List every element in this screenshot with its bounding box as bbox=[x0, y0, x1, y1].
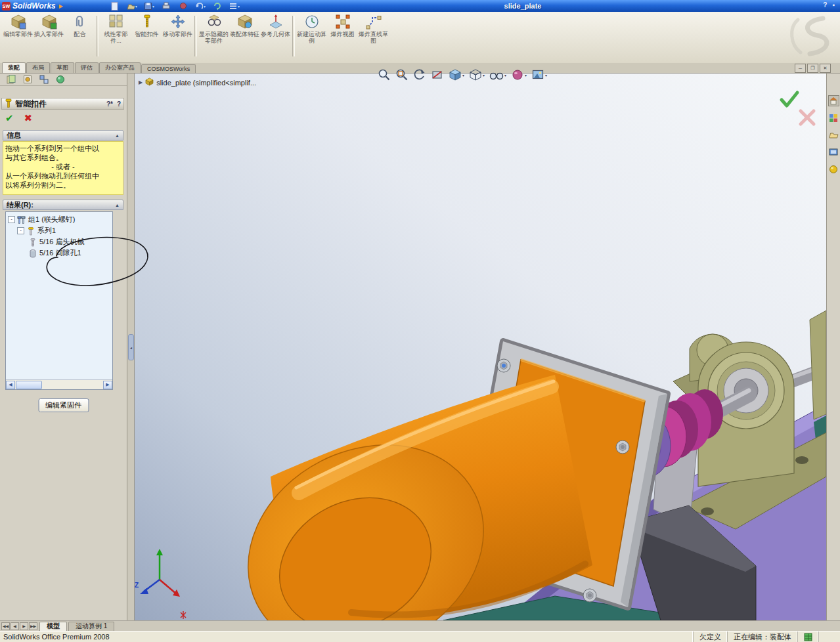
new-document-icon[interactable] bbox=[109, 1, 120, 11]
restore-icon[interactable]: ❐ bbox=[807, 64, 818, 73]
print-icon[interactable] bbox=[160, 1, 171, 11]
document-window-controls: ─ ❐ ✕ bbox=[795, 64, 831, 73]
dropdown-icon[interactable]: ▾ bbox=[545, 73, 547, 77]
horizontal-scrollbar[interactable]: ◀ ▶ bbox=[6, 379, 112, 389]
toolbar-button-insert-component[interactable]: 插入零部件 bbox=[33, 12, 64, 62]
toolbar-button-reference-geometry[interactable]: 参考几何体 bbox=[260, 12, 291, 62]
toolbar-button-explode-line-sketch[interactable]: 爆炸直线草图 bbox=[358, 12, 389, 62]
open-dropdown-icon[interactable]: ▾ bbox=[135, 4, 137, 9]
eyedropper-icon[interactable] bbox=[177, 1, 188, 11]
undo-icon[interactable]: ▾ bbox=[194, 1, 206, 11]
help-icon[interactable]: ? bbox=[117, 100, 121, 108]
expander-icon[interactable]: ▶ bbox=[139, 79, 143, 85]
save-dropdown-icon[interactable]: ▾ bbox=[152, 4, 154, 9]
tree-item-group1[interactable]: - 组1 (联头螺钉) bbox=[6, 214, 112, 225]
tab-assembly[interactable]: 装配 bbox=[2, 62, 26, 73]
splitter-handle-icon[interactable]: ◂ bbox=[128, 334, 134, 360]
quick-tips-icon[interactable] bbox=[797, 631, 818, 642]
toolbar-button-new-motion-study[interactable]: 新建运动算例 bbox=[296, 12, 327, 62]
hide-show-items-icon[interactable]: ▾ bbox=[489, 68, 507, 82]
zoom-area-icon[interactable] bbox=[395, 68, 409, 82]
tree-item-clearance-hole[interactable]: 5/16 间隙孔1 bbox=[6, 247, 112, 259]
help-button[interactable]: ? bbox=[823, 1, 827, 9]
previous-tab-icon[interactable]: ◀ bbox=[11, 622, 19, 630]
first-tab-icon[interactable]: ◀◀ bbox=[1, 622, 10, 630]
tab-office-products[interactable]: 办公室产品 bbox=[99, 62, 141, 73]
featuremanager-tab-icon[interactable] bbox=[6, 74, 16, 84]
next-tab-icon[interactable]: ▶ bbox=[20, 622, 28, 630]
save-icon[interactable]: ▾ bbox=[143, 1, 154, 11]
options-dropdown-icon[interactable]: ▾ bbox=[238, 4, 240, 9]
tab-sketch[interactable]: 草图 bbox=[51, 62, 74, 73]
zoom-fit-icon[interactable] bbox=[377, 68, 391, 82]
undo-dropdown-icon[interactable]: ▾ bbox=[204, 4, 206, 9]
view-orientation-icon[interactable]: ▾ bbox=[448, 68, 465, 82]
propertymanager-tab-icon[interactable] bbox=[22, 74, 33, 84]
dropdown-icon[interactable]: ▾ bbox=[525, 73, 527, 77]
toolbar-button-move-component[interactable]: 移动零部件 bbox=[162, 12, 193, 62]
tree-item-screw[interactable]: 5/16 扁头机械 bbox=[6, 236, 112, 247]
graphics-area[interactable]: Z ▶ slide_plate (simplified<simplif... bbox=[135, 73, 826, 620]
section-view-icon[interactable] bbox=[430, 68, 445, 82]
display-style-icon[interactable]: ▾ bbox=[468, 68, 485, 82]
panel-splitter[interactable]: ◂ bbox=[127, 73, 135, 620]
home-icon[interactable] bbox=[828, 95, 839, 106]
assembly-3d-model[interactable]: Z bbox=[135, 73, 826, 620]
tab-evaluate[interactable]: 评估 bbox=[75, 62, 99, 73]
edit-fasteners-button[interactable]: 编辑紧固件 bbox=[38, 398, 89, 412]
heads-up-toolbar: ▾ ▾ ▾ ▾ ▾ bbox=[377, 66, 548, 84]
close-icon[interactable]: ✕ bbox=[820, 64, 831, 73]
thirdparty-tab-icon[interactable] bbox=[55, 74, 66, 84]
flange-bolt[interactable] bbox=[497, 359, 510, 372]
last-tab-icon[interactable]: ▶▶ bbox=[29, 622, 37, 630]
scrollbar-thumb[interactable] bbox=[16, 381, 42, 389]
collapse-icon[interactable]: - bbox=[17, 227, 24, 234]
toolbar-button-mate[interactable]: 配合 bbox=[64, 12, 95, 62]
scroll-left-icon[interactable]: ◀ bbox=[6, 381, 15, 389]
toolbar-button-assembly-features[interactable]: 装配体特征 bbox=[229, 12, 260, 62]
titlebar-dot-icon: ▪ bbox=[832, 1, 835, 9]
smart-fastener-icon bbox=[5, 98, 12, 110]
minimize-icon[interactable]: ─ bbox=[795, 64, 806, 73]
confirmation-cancel-icon[interactable] bbox=[797, 108, 817, 129]
toolbar-button-linear-component-pattern[interactable]: 线性零部件... bbox=[100, 12, 131, 62]
tab-motion-study-1[interactable]: 运动算例 1 bbox=[68, 622, 114, 631]
toolbar-button-smart-fasteners[interactable]: 智能扣件 bbox=[131, 12, 162, 62]
apply-scene-icon[interactable]: ▾ bbox=[531, 68, 548, 82]
ok-button[interactable]: ✔ bbox=[5, 112, 14, 124]
scroll-right-icon[interactable]: ▶ bbox=[103, 381, 112, 389]
toolbar-button-show-hidden-components[interactable]: 显示隐藏的零部件 bbox=[198, 12, 229, 62]
design-library-icon[interactable] bbox=[828, 112, 839, 123]
tab-layout[interactable]: 布局 bbox=[26, 62, 50, 73]
collapse-icon[interactable]: - bbox=[8, 216, 15, 223]
motor-body[interactable] bbox=[212, 375, 592, 620]
results-group-header[interactable]: 结果(R): ▲ bbox=[3, 200, 123, 210]
collapse-chevron-icon[interactable]: ▲ bbox=[115, 203, 120, 207]
file-explorer-icon[interactable] bbox=[828, 129, 839, 140]
whats-this-icon[interactable]: ?* bbox=[106, 100, 113, 108]
configurationmanager-tab-icon[interactable] bbox=[39, 74, 49, 84]
tree-item-series1[interactable]: - 系列1 bbox=[6, 225, 112, 236]
open-document-icon[interactable]: ▾ bbox=[126, 1, 137, 11]
collapse-chevron-icon[interactable]: ▲ bbox=[115, 133, 120, 138]
message-line: 从一个系列拖动孔到任何组中 bbox=[5, 171, 121, 181]
toolbar-button-edit-component[interactable]: 编辑零部件 bbox=[3, 12, 33, 62]
options-icon[interactable]: ▾ bbox=[229, 1, 240, 11]
previous-view-icon[interactable] bbox=[412, 68, 427, 82]
tab-cosmosworks[interactable]: COSMOSWorks bbox=[141, 64, 196, 73]
palette-icon[interactable] bbox=[828, 146, 839, 158]
standard-toolbar: ▾ ▾ ▾ ▾ bbox=[109, 1, 240, 11]
edit-appearance-icon[interactable]: ▾ bbox=[510, 68, 527, 82]
rebuild-icon[interactable] bbox=[211, 1, 223, 11]
appearances-icon[interactable] bbox=[828, 163, 839, 175]
document-tree-root[interactable]: ▶ slide_plate (simplified<simplif... bbox=[139, 77, 256, 87]
tab-model[interactable]: 模型 bbox=[39, 622, 67, 631]
cancel-button[interactable]: ✖ bbox=[24, 112, 33, 124]
toolbar-button-exploded-view[interactable]: 爆炸视图 bbox=[327, 12, 358, 62]
dropdown-icon[interactable]: ▾ bbox=[483, 73, 485, 77]
message-group-header[interactable]: 信息 ▲ bbox=[3, 130, 123, 140]
dropdown-icon[interactable]: ▾ bbox=[504, 73, 506, 77]
flange-bolt[interactable] bbox=[583, 589, 596, 602]
dropdown-icon[interactable]: ▾ bbox=[462, 73, 464, 77]
flange-bolt[interactable] bbox=[616, 440, 629, 454]
